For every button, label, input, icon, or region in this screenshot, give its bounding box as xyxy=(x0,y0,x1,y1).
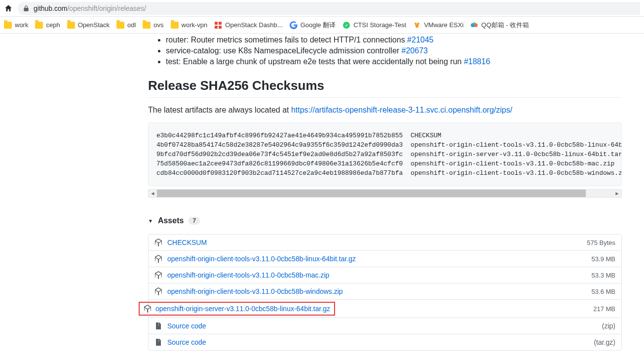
bookmark-item[interactable]: work xyxy=(4,21,28,29)
checksum-code-block[interactable]: e3b0c44298fc1c149afbf4c8996fb92427ae41e4… xyxy=(148,122,622,186)
package-icon xyxy=(154,255,162,263)
asset-link[interactable]: Source code xyxy=(167,322,602,330)
bookmark-item[interactable]: work-vpn xyxy=(171,21,208,29)
folder-icon xyxy=(116,22,124,29)
pr-link[interactable]: #21045 xyxy=(407,36,433,44)
scroll-right-icon[interactable]: ► xyxy=(613,189,621,198)
svg-rect-3 xyxy=(219,26,222,29)
bookmark-item[interactable]: ✓CTSI Storage-Test xyxy=(342,21,406,29)
folder-icon xyxy=(143,22,151,29)
svg-text:✓: ✓ xyxy=(345,23,348,28)
address-bar[interactable]: github.com/openshift/origin/releases/ xyxy=(18,2,640,15)
asset-size: 53.9 MB xyxy=(592,255,615,263)
asset-size: 53.6 MB xyxy=(592,288,615,295)
asset-link[interactable]: openshift-origin-server-v3.11.0-0cbc58b-… xyxy=(155,305,330,313)
bookmark-item[interactable]: OpenStack xyxy=(67,21,110,29)
asset-link[interactable]: Source code xyxy=(167,338,594,346)
favicon-icon xyxy=(290,21,298,29)
bookmark-item[interactable]: OpenStack Dashb... xyxy=(214,21,282,29)
asset-row[interactable]: Source code (zip) xyxy=(149,318,621,334)
changelog-text: service-catalog: use K8s NamespaceLifecy… xyxy=(166,46,402,55)
bookmark-label: ceph xyxy=(46,21,60,29)
asset-size: 217 MB xyxy=(593,305,615,313)
home-icon[interactable] xyxy=(4,4,13,13)
page-content: router: Router metrics sometimes fails t… xyxy=(0,36,632,351)
bookmark-label: CTSI Storage-Test xyxy=(353,21,406,29)
bookmark-item[interactable]: ovs xyxy=(143,21,163,29)
favicon-icon xyxy=(470,21,478,29)
file-zip-icon xyxy=(154,322,162,330)
bookmark-label: odl xyxy=(127,21,136,29)
bookmark-label: work xyxy=(15,21,28,29)
bookmark-item[interactable]: Google 翻译 xyxy=(290,21,336,30)
asset-link[interactable]: openshift-origin-client-tools-v3.11.0-0c… xyxy=(167,255,592,263)
asset-size: 575 Bytes xyxy=(587,239,615,246)
asset-link[interactable]: CHECKSUM xyxy=(167,239,587,246)
favicon-icon: ✓ xyxy=(342,21,350,29)
asset-link[interactable]: openshift-origin-client-tools-v3.11.0-0c… xyxy=(167,287,592,295)
assets-list: CHECKSUM575 Bytesopenshift-origin-client… xyxy=(148,234,622,351)
bookmark-label: OpenStack xyxy=(78,21,110,29)
changelog-text: test: Enable a large chunk of upstream e… xyxy=(166,57,464,66)
svg-point-8 xyxy=(473,22,476,25)
asset-row[interactable]: openshift-origin-server-v3.11.0-0cbc58b-… xyxy=(149,300,621,318)
package-icon xyxy=(154,271,162,279)
browser-toolbar: github.com/openshift/origin/releases/ xyxy=(0,0,644,17)
url-text: github.com/openshift/origin/releases/ xyxy=(34,4,146,12)
asset-row[interactable]: openshift-origin-client-tools-v3.11.0-0c… xyxy=(149,267,621,283)
bookmarks-bar: workcephOpenStackodlovswork-vpnOpenStack… xyxy=(0,17,644,34)
scroll-thumb[interactable] xyxy=(157,190,586,197)
package-icon xyxy=(154,239,162,246)
bookmark-item[interactable]: QQ邮箱 - 收件箱 xyxy=(470,21,529,30)
asset-row[interactable]: openshift-origin-client-tools-v3.11.0-0c… xyxy=(149,251,621,267)
bookmark-label: ovs xyxy=(153,21,163,29)
asset-row[interactable]: Source code (tar.gz) xyxy=(149,334,621,350)
asset-row[interactable]: CHECKSUM575 Bytes xyxy=(149,235,621,251)
svg-rect-2 xyxy=(215,26,218,29)
artifacts-link[interactable]: https://artifacts-openshift-release-3-11… xyxy=(291,106,512,114)
lock-icon xyxy=(23,5,30,12)
asset-size: 53.3 MB xyxy=(592,272,615,279)
changelog-item: test: Enable a large chunk of upstream e… xyxy=(166,57,622,66)
asset-row[interactable]: openshift-origin-client-tools-v3.11.0-0c… xyxy=(149,283,621,300)
bookmark-item[interactable]: ceph xyxy=(35,21,60,29)
svg-rect-0 xyxy=(215,22,218,25)
bookmark-label: Google 翻译 xyxy=(301,21,336,30)
asset-suffix: (zip) xyxy=(602,322,615,330)
assets-label: Assets xyxy=(158,216,184,225)
horizontal-scrollbar[interactable]: ◄ ► xyxy=(148,189,622,198)
assets-count: 7 xyxy=(189,217,200,225)
changelog-item: router: Router metrics sometimes fails t… xyxy=(166,36,622,44)
folder-icon xyxy=(35,22,43,29)
folder-icon xyxy=(4,22,12,29)
asset-link[interactable]: openshift-origin-client-tools-v3.11.0-0c… xyxy=(167,271,592,279)
lead-text: The latest artifacts are always located … xyxy=(148,106,291,114)
folder-icon xyxy=(171,22,179,29)
svg-rect-1 xyxy=(219,22,222,25)
favicon-icon xyxy=(214,21,222,29)
bookmark-label: VMware ESXi xyxy=(424,21,463,29)
pr-link[interactable]: #20673 xyxy=(402,46,428,55)
caret-down-icon: ▼ xyxy=(148,218,153,224)
pr-link[interactable]: #18816 xyxy=(464,57,490,66)
folder-icon xyxy=(67,22,75,29)
section-heading: Release SHA256 Checksums xyxy=(148,78,622,98)
file-zip-icon xyxy=(154,338,162,346)
package-icon xyxy=(144,305,152,313)
lead-paragraph: The latest artifacts are always located … xyxy=(148,106,622,115)
bookmark-label: QQ邮箱 - 收件箱 xyxy=(481,21,529,30)
changelog-item: service-catalog: use K8s NamespaceLifecy… xyxy=(166,46,622,55)
bookmark-item[interactable]: odl xyxy=(116,21,136,29)
changelog-text: router: Router metrics sometimes fails t… xyxy=(166,36,407,44)
assets-toggle[interactable]: ▼ Assets 7 xyxy=(148,216,622,229)
bookmark-label: work-vpn xyxy=(182,21,208,29)
package-icon xyxy=(154,287,162,295)
asset-suffix: (tar.gz) xyxy=(594,338,615,346)
favicon-icon xyxy=(413,21,421,29)
bookmark-item[interactable]: VMware ESXi xyxy=(413,21,463,29)
scroll-left-icon[interactable]: ◄ xyxy=(149,189,157,198)
scroll-track[interactable] xyxy=(157,190,613,197)
bookmark-label: OpenStack Dashb... xyxy=(225,21,282,29)
